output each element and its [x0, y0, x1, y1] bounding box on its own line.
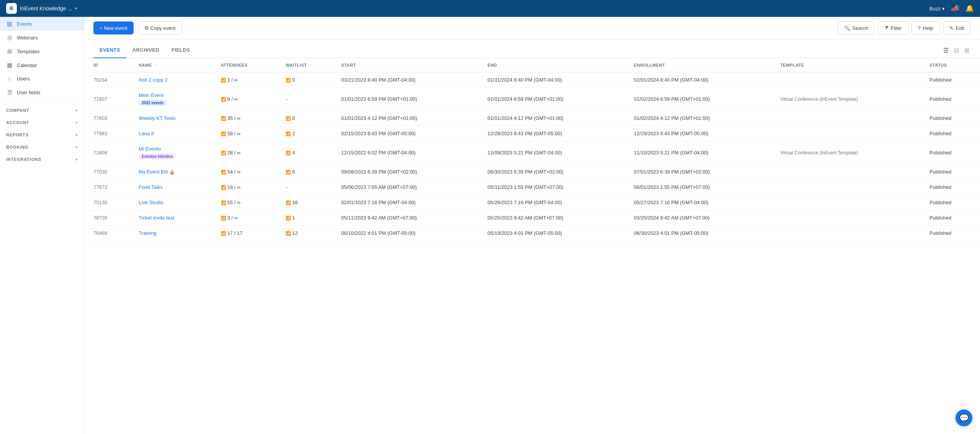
cell-waitlist: - — [279, 88, 335, 111]
sidebar-section-company[interactable]: COMPANY ▾ — [0, 103, 84, 115]
filter-icon: ⧩ — [884, 25, 889, 31]
sidebar-item-calendar[interactable]: ▦ Calendar — [0, 58, 84, 72]
new-event-button[interactable]: + New event — [93, 21, 134, 34]
event-name-link[interactable]: Weekly KT Tests — [139, 115, 175, 121]
name-sort-icon: ↑ — [155, 63, 157, 67]
cell-end: 05/25/2023 9:42 AM (GMT+07:00) — [482, 210, 628, 226]
app-title-chevron[interactable]: ▾ — [75, 6, 77, 11]
sidebar-section-booking[interactable]: BOOKING ▾ — [0, 139, 84, 152]
col-end[interactable]: End — [482, 58, 628, 72]
cell-status: Published — [923, 111, 980, 126]
col-start[interactable]: Start — [335, 58, 481, 72]
view-toggles: ☰ ⊟ ⊞ — [942, 46, 971, 58]
cell-waitlist: - — [279, 180, 335, 195]
compact-view-icon[interactable]: ⊟ — [952, 46, 960, 55]
table-row: 76469Training📶17 / 17📶1206/10/2022 4:01 … — [84, 226, 980, 241]
cell-status: Published — [923, 226, 980, 241]
sidebar-item-user-fields[interactable]: ☰ User fields — [0, 85, 84, 99]
help-button[interactable]: ? Help — [911, 21, 940, 34]
col-name[interactable]: Name ↑ — [132, 58, 214, 72]
events-table: ID Name ↑ Attendees Waitlist — [84, 58, 980, 241]
app-logo[interactable]: iE — [6, 3, 17, 14]
cell-waitlist: 📶16 — [279, 195, 335, 210]
sidebar-section-integrations[interactable]: INTEGRATIONS ▾ — [0, 152, 84, 164]
event-name-link[interactable]: Ash 2 copy 2 — [139, 77, 167, 83]
event-name-link[interactable]: Food Talks — [139, 184, 163, 190]
tab-fields[interactable]: FIELDS — [165, 43, 196, 58]
col-enrollment[interactable]: Enrollment — [628, 58, 774, 72]
buzz-menu[interactable]: Buzz ▾ — [929, 6, 945, 11]
tab-events[interactable]: EVENTS — [93, 43, 126, 58]
col-attendees[interactable]: Attendees — [215, 58, 280, 72]
list-view-icon[interactable]: ☰ — [942, 46, 950, 55]
integrations-label: INTEGRATIONS — [6, 157, 41, 162]
cell-id: 78726 — [84, 210, 132, 226]
filter-button[interactable]: ⧩ Filter — [878, 21, 908, 34]
sidebar-label-calendar: Calendar — [17, 62, 37, 68]
cell-enrollment: 05/27/2023 7:16 PM (GMT-04:00) — [628, 195, 774, 210]
cell-template: Virtual Conference (InEvent Template) — [774, 88, 923, 111]
table-row: 77983Lana II📶59 / ∞📶202/15/2023 8:43 PM … — [84, 126, 980, 141]
sidebar-divider-1 — [0, 101, 84, 101]
table-row: 71808Mi EventoEventos híbridos📶28 / ∞📶41… — [84, 141, 980, 164]
megaphone-icon[interactable]: 📣 — [951, 4, 959, 13]
cell-id: 75130 — [84, 195, 132, 210]
cell-name: Live Studio — [132, 195, 214, 210]
search-button[interactable]: 🔍 Search — [838, 21, 875, 34]
filter-label: Filter — [891, 25, 902, 31]
cell-end: 05/26/2023 7:16 PM (GMT-04:00) — [482, 195, 628, 210]
sidebar-section-account[interactable]: ACCOUNT ▾ — [0, 115, 84, 127]
cell-start: 06/10/2022 4:01 PM (GMT-05:00) — [335, 226, 481, 241]
search-label: Search — [853, 25, 868, 31]
toolbar: + New event ⧉ Copy event 🔍 Search ⧩ Filt… — [84, 17, 980, 39]
cell-id: 77983 — [84, 126, 132, 141]
cell-start: 02/15/2023 8:43 PM (GMT-05:00) — [335, 126, 481, 141]
event-name-link[interactable]: Mein Event — [139, 92, 163, 98]
event-tag: Eventos híbridos — [139, 154, 176, 159]
sidebar-item-templates[interactable]: ⊞ Templates — [0, 44, 84, 58]
search-icon: 🔍 — [844, 25, 850, 31]
copy-event-button[interactable]: ⧉ Copy event — [138, 21, 182, 34]
cell-status: Published — [923, 180, 980, 195]
cell-enrollment: 03/25/2024 9:42 AM (GMT+07:00) — [628, 210, 774, 226]
cell-name: Mi EventoEventos híbridos — [132, 141, 214, 164]
cell-enrollment: 01/02/2024 6:59 PM (GMT+01:00) — [628, 88, 774, 111]
table-row: 71807Mein Event2022 events📶9 / ∞-01/01/2… — [84, 88, 980, 111]
cell-id: 77803 — [84, 111, 132, 126]
calendar-icon: ▦ — [6, 62, 13, 69]
buzz-chevron: ▾ — [942, 6, 945, 11]
col-template[interactable]: Template — [774, 58, 923, 72]
event-name-link[interactable]: Ticket invite test — [139, 215, 174, 221]
sidebar-section-reports[interactable]: REPORTS ▾ — [0, 127, 84, 139]
cell-id: 76469 — [84, 226, 132, 241]
grid-view-icon[interactable]: ⊞ — [963, 46, 971, 55]
col-status[interactable]: Status — [923, 58, 980, 72]
cell-end: 01/01/2024 4:12 PM (GMT+01:00) — [482, 111, 628, 126]
bell-icon[interactable]: 🔔 — [965, 4, 974, 13]
cell-status: Published — [923, 72, 980, 88]
sidebar-item-webinars[interactable]: ◎ Webinars — [0, 31, 84, 44]
event-name-link[interactable]: My Event EN — [139, 169, 168, 175]
cell-end: 01/31/2024 8:40 PM (GMT-04:00) — [482, 72, 628, 88]
reports-chevron: ▾ — [75, 133, 78, 137]
chat-bubble[interactable]: 💬 — [956, 409, 972, 426]
event-name-link[interactable]: Training — [139, 230, 156, 236]
cell-start: 01/01/2023 4:12 PM (GMT+01:00) — [335, 111, 481, 126]
new-event-label: + New event — [100, 25, 127, 31]
edit-label: Edit — [956, 25, 964, 31]
col-waitlist[interactable]: Waitlist — [279, 58, 335, 72]
sidebar-item-users[interactable]: ○ Users — [0, 72, 84, 85]
sidebar-item-events[interactable]: ▤ Events — [0, 17, 84, 31]
cell-start: 03/21/2023 8:40 PM (GMT-04:00) — [335, 72, 481, 88]
top-nav-left: iE InEvent Knowledge ... ▾ — [6, 3, 77, 14]
cell-status: Published — [923, 126, 980, 141]
table-header: ID Name ↑ Attendees Waitlist — [84, 58, 980, 72]
event-name-link[interactable]: Mi Evento — [139, 146, 161, 152]
event-name-link[interactable]: Live Studio — [139, 200, 163, 205]
tab-archived[interactable]: ARCHIVED — [126, 43, 165, 58]
event-name-link[interactable]: Lana II — [139, 131, 154, 136]
buzz-label: Buzz — [929, 6, 941, 11]
col-id[interactable]: ID — [84, 58, 132, 72]
edit-button[interactable]: ✎ Edit — [943, 21, 971, 34]
events-table-wrapper: ID Name ↑ Attendees Waitlist — [84, 58, 980, 241]
